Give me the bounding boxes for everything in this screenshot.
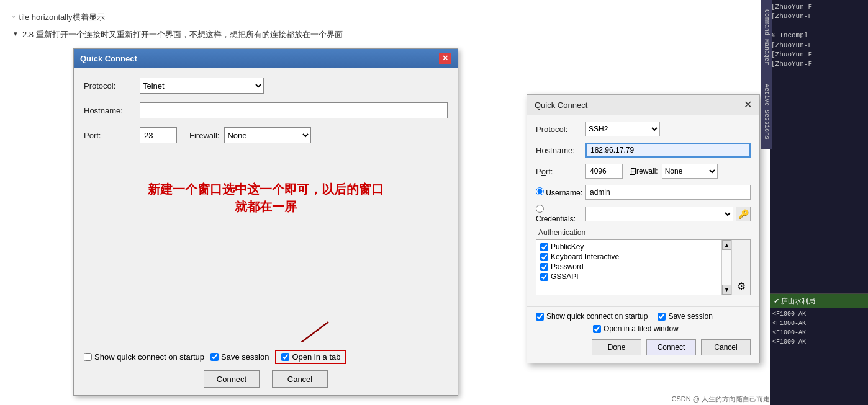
session-lines: <F1000-AK <F1000-AK <F1000-AK <F1000-AK xyxy=(770,308,868,348)
username-radio[interactable] xyxy=(536,187,544,195)
auth-item-password: Password xyxy=(540,262,718,271)
annotation-text: 新建一个窗口选中这一个即可，以后的窗口 就都在一屏 xyxy=(96,180,435,215)
main-connect-button[interactable]: Connect xyxy=(204,370,260,388)
sidebar-line-6: [ZhuoYun-F xyxy=(771,50,867,60)
save-session-label: Save session xyxy=(221,352,269,362)
right-dialog-close-button[interactable]: ✕ xyxy=(744,100,752,110)
right-username-radio-label: Username: xyxy=(536,187,585,197)
triangle-icon: ▼ xyxy=(12,30,19,37)
right-hostname-row: Hostname: xyxy=(536,143,751,158)
hostname-input[interactable] xyxy=(140,102,448,118)
right-credentials-row: Credentials: 🔑 xyxy=(536,205,751,223)
right-save-session-item: Save session xyxy=(658,312,712,321)
save-session-item: Save session xyxy=(210,352,269,362)
right-firewall-label: Firewall: xyxy=(630,167,658,176)
protocol-row: Protocol: Telnet xyxy=(84,78,448,94)
port-label: Port: xyxy=(84,131,140,140)
right-port-input[interactable] xyxy=(585,164,623,179)
sidebar-line-3 xyxy=(771,22,867,31)
open-in-tab-highlighted: Open in a tab xyxy=(275,350,346,364)
right-save-session-checkbox[interactable] xyxy=(658,313,666,321)
checkbox-row: Show quick connect on startup Save sessi… xyxy=(84,350,448,364)
credentials-browse-button[interactable]: 🔑 xyxy=(736,207,751,221)
port-firewall-row: Port: Firewall: None xyxy=(84,127,448,143)
auth-scroll-down-button[interactable]: ▼ xyxy=(722,285,731,295)
sidebar-line-4: % Incompl xyxy=(771,31,867,40)
publickey-checkbox[interactable] xyxy=(540,243,548,251)
right-options-row: Show quick connect on startup Save sessi… xyxy=(536,312,751,321)
session-header: ✔ 庐山水利局 xyxy=(770,294,868,308)
auth-section-label: Authentication xyxy=(536,228,751,237)
main-dialog-close-button[interactable]: ✕ xyxy=(439,53,451,64)
main-dialog-body: Protocol: Telnet Hostname: Port: Firewal… xyxy=(74,68,458,238)
firewall-select[interactable]: None xyxy=(224,127,311,143)
right-username-input[interactable] xyxy=(585,185,751,200)
main-quick-connect-dialog: Quick Connect ✕ Protocol: Telnet Hostnam… xyxy=(73,48,458,396)
bullet-tile-text: tile horizontally横着显示 xyxy=(19,11,105,24)
sidebar-line-2: [ZhuoYun-F xyxy=(771,12,867,21)
protocol-select[interactable]: Telnet xyxy=(140,78,264,94)
right-credentials-select[interactable] xyxy=(585,207,733,221)
bullet-item-tile: ◦ tile horizontally横着显示 xyxy=(12,11,757,24)
right-open-tiled-item: Open in a tiled window xyxy=(536,324,679,333)
protocol-label: Protocol: xyxy=(84,81,140,91)
section-header-28: ▼ 2.8 重新打开一个连接时又重新打开一个界面，不想这样，想把所有的连接都放在… xyxy=(12,29,757,41)
auth-list: PublicKey Keyboard Interactive Password … xyxy=(536,239,751,295)
right-show-quick-connect-item: Show quick connect on startup xyxy=(536,312,648,321)
right-show-quick-connect-label: Show quick connect on startup xyxy=(546,312,648,321)
session-panel: ✔ 庐山水利局 <F1000-AK <F1000-AK <F1000-AK <F… xyxy=(770,293,868,405)
port-input[interactable] xyxy=(140,127,177,143)
right-hostname-input[interactable] xyxy=(585,143,751,158)
publickey-label: PublicKey xyxy=(551,243,584,251)
right-dialog-buttons: Done Connect Cancel xyxy=(536,339,751,355)
main-dialog-bottom: Show quick connect on startup Save sessi… xyxy=(74,342,458,395)
right-open-tiled-label: Open in a tiled window xyxy=(604,324,679,333)
main-cancel-button[interactable]: Cancel xyxy=(272,370,328,388)
right-connect-button[interactable]: Connect xyxy=(646,339,696,355)
right-dialog-body: Protocol: SSH2 Hostname: Port: Firewall:… xyxy=(527,115,759,306)
password-label: Password xyxy=(551,262,584,271)
bullet-dot: ◦ xyxy=(12,12,16,21)
session-line-3: <F1000-AK xyxy=(772,328,866,337)
open-in-tab-label: Open in a tab xyxy=(292,352,340,362)
right-protocol-label: Protocol: xyxy=(536,125,585,134)
show-quick-connect-checkbox[interactable] xyxy=(84,353,92,361)
right-options-row2: Open in a tiled window xyxy=(536,324,751,333)
annotation-line1: 新建一个窗口选中这一个即可，以后的窗口 xyxy=(96,180,435,198)
save-session-checkbox[interactable] xyxy=(210,353,219,361)
right-cancel-button[interactable]: Cancel xyxy=(701,339,751,355)
show-quick-connect-item: Show quick connect on startup xyxy=(84,352,204,362)
right-dialog-bottom: Show quick connect on startup Save sessi… xyxy=(527,306,759,363)
bullet-section: ◦ tile horizontally横着显示 xyxy=(12,11,757,24)
right-done-button[interactable]: Done xyxy=(592,339,641,355)
right-hostname-label: Hostname: xyxy=(536,146,585,155)
main-dialog-titlebar: Quick Connect ✕ xyxy=(74,49,458,68)
right-quick-connect-dialog: Quick Connect ✕ Protocol: SSH2 Hostname:… xyxy=(527,94,760,363)
authentication-section: Authentication PublicKey Keyboard Intera… xyxy=(536,228,751,295)
right-credentials-radio-label: Credentials: xyxy=(536,205,585,223)
right-username-row: Username: xyxy=(536,185,751,200)
credentials-radio[interactable] xyxy=(536,205,544,213)
right-open-tiled-checkbox[interactable] xyxy=(593,325,601,333)
keyboard-interactive-checkbox[interactable] xyxy=(540,253,548,261)
right-protocol-select[interactable]: SSH2 xyxy=(585,122,660,136)
auth-scroll-up-button[interactable]: ▲ xyxy=(722,240,731,250)
password-checkbox[interactable] xyxy=(540,263,548,271)
sidebar-line-5: [ZhuoYun-F xyxy=(771,41,867,50)
right-protocol-row: Protocol: SSH2 xyxy=(536,122,751,136)
annotation-line2: 就都在一屏 xyxy=(96,198,435,215)
session-line-2: <F1000-AK xyxy=(772,319,866,328)
session-line-1: <F1000-AK xyxy=(772,309,866,319)
auth-settings-button[interactable]: ⚙ xyxy=(731,240,750,295)
right-username-label: Username: xyxy=(546,189,582,197)
csdn-footer: CSDN @ 人生的方向随自己而走 xyxy=(672,394,770,404)
section-header-text: 2.8 重新打开一个连接时又重新打开一个界面，不想这样，想把所有的连接都放在一个… xyxy=(22,29,343,41)
open-in-tab-checkbox[interactable] xyxy=(281,353,289,361)
gssapi-checkbox[interactable] xyxy=(540,273,548,281)
right-show-quick-connect-checkbox[interactable] xyxy=(536,313,544,321)
right-firewall-select[interactable]: None xyxy=(662,164,718,179)
keyboard-interactive-label: Keyboard Interactive xyxy=(551,252,619,261)
right-dialog-titlebar: Quick Connect ✕ xyxy=(527,95,759,115)
right-credentials-label: Credentials: xyxy=(536,215,576,223)
right-save-session-label: Save session xyxy=(668,312,712,321)
